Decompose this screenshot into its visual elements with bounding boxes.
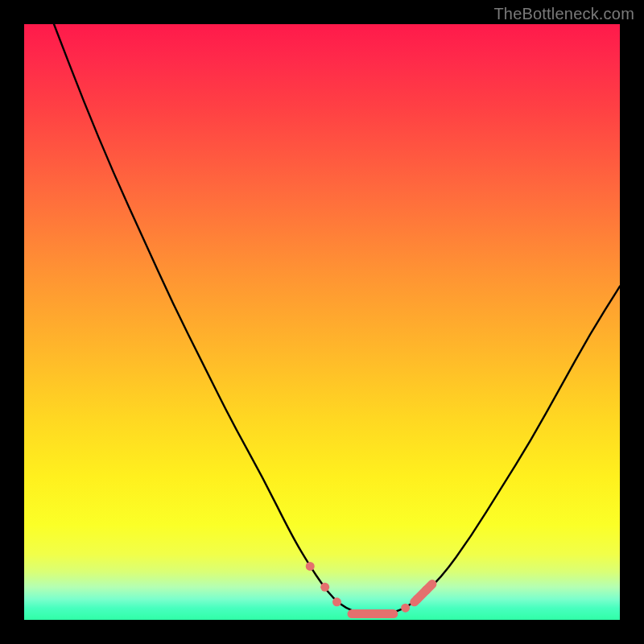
bottleneck-curve [54, 24, 620, 614]
curve-marker-dot [332, 597, 341, 606]
curve-markers [306, 562, 432, 614]
curve-marker-dot [413, 595, 422, 604]
curve-marker-dot [320, 583, 329, 592]
plot-area [24, 24, 620, 620]
curve-marker-dot [422, 586, 431, 595]
curve-marker-dot [401, 604, 410, 613]
attribution-text: TheBottleneck.com [493, 5, 634, 23]
chart-frame: TheBottleneck.com [0, 0, 644, 644]
curve-marker-dot [306, 562, 315, 571]
curve-svg [24, 24, 620, 620]
